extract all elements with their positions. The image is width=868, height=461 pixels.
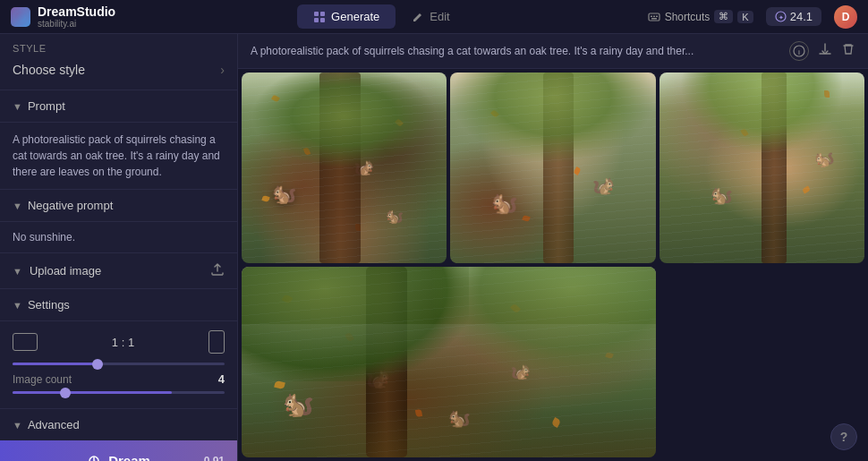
advanced-label: Advanced <box>28 418 80 431</box>
shortcut-key2: K <box>737 11 753 23</box>
topbar-actions: Shortcuts ⌘ K ✦ 24.1 D <box>648 5 857 29</box>
settings-header[interactable]: ▼ Settings <box>0 289 237 321</box>
aspect-ratio-slider[interactable] <box>13 363 225 365</box>
edit-icon <box>412 11 424 23</box>
prompt-body: A photorealistic pack of squirrels chasi… <box>0 123 237 190</box>
upload-icon <box>210 262 225 279</box>
help-label: ? <box>840 430 848 444</box>
prompt-header[interactable]: ▼ Prompt <box>0 90 237 123</box>
prompt-text[interactable]: A photorealistic pack of squirrels chasi… <box>13 132 225 180</box>
avatar-char: D <box>842 11 850 23</box>
tree-canopy-2 <box>450 73 655 164</box>
style-label: Style <box>13 43 225 54</box>
trash-icon <box>841 42 855 56</box>
keyboard-icon <box>648 11 660 23</box>
choose-style-row[interactable]: Choose style › <box>13 59 225 81</box>
image-count-label: Image count <box>13 373 72 386</box>
generate-tab-label: Generate <box>331 10 379 23</box>
shortcuts-label: Shortcuts <box>665 11 711 23</box>
content-area: A photorealistic pack of squirrels chasi… <box>238 34 868 461</box>
generated-image-2[interactable]: 🐿️ 🐿️ <box>450 73 655 263</box>
generated-image-1[interactable]: 🐿️ 🐿️ 🐿️ <box>242 73 447 263</box>
collapse-icon-advanced: ▼ <box>13 420 22 431</box>
tree-canopy-1 <box>251 73 436 168</box>
shortcuts-button[interactable]: Shortcuts ⌘ K <box>648 10 753 23</box>
svg-point-0 <box>15 12 26 22</box>
shortcut-key1: ⌘ <box>714 10 733 23</box>
info-icon: i <box>793 45 805 57</box>
choose-style-text: Choose style <box>13 63 85 77</box>
settings-title: Settings <box>28 298 70 312</box>
mist-4 <box>242 324 656 381</box>
svg-rect-3 <box>314 18 319 22</box>
credits-value: 24.1 <box>790 10 813 23</box>
generated-image-4[interactable]: 🐿️ 🐿️ 🐿️ 🐿️ <box>242 267 656 457</box>
dream-label: Dream <box>108 453 150 461</box>
upload-image-row[interactable]: ▼ Upload image <box>0 253 237 289</box>
ground-4 <box>242 410 656 457</box>
negative-text[interactable]: No sunshine. <box>13 231 225 243</box>
image-count-value: 4 <box>218 372 225 386</box>
image-count-slider[interactable] <box>13 391 225 394</box>
tab-edit[interactable]: Edit <box>396 4 465 29</box>
squirrel-figure-1a: 🐿️ <box>272 183 296 206</box>
squirrel-figure-2a: 🐿️ <box>491 191 518 216</box>
tab-generate[interactable]: Generate <box>297 4 396 29</box>
tab-group: Generate Edit <box>297 4 466 29</box>
prompt-display-text: A photorealistic pack of squirrels chasi… <box>251 45 780 57</box>
squirrel-figure-1c: 🐿️ <box>386 208 404 225</box>
svg-rect-7 <box>653 15 655 17</box>
download-button[interactable] <box>818 42 832 60</box>
tree-canopy-3 <box>680 73 844 154</box>
ratio-landscape-btn[interactable] <box>13 333 38 351</box>
squirrel-figure-3a: 🐿️ <box>711 184 733 206</box>
trash-button[interactable] <box>841 42 855 60</box>
negative-prompt-header[interactable]: ▼ Negative prompt <box>0 190 237 222</box>
negative-prompt-title: Negative prompt <box>28 199 113 212</box>
ratio-label: 1 : 1 <box>112 336 134 349</box>
chevron-right-icon: › <box>220 63 225 77</box>
svg-rect-8 <box>656 15 658 17</box>
prompt-bar: A photorealistic pack of squirrels chasi… <box>238 34 868 69</box>
avatar[interactable]: D <box>834 5 857 29</box>
generate-icon <box>313 11 326 23</box>
image-grid: 🐿️ 🐿️ 🐿️ 🐿️ 🐿️ <box>238 69 868 461</box>
ratio-row: 1 : 1 <box>13 330 225 354</box>
collapse-icon-settings: ▼ <box>13 300 22 311</box>
settings-body: 1 : 1 Image count 4 <box>0 321 237 409</box>
style-section: Style Choose style › <box>0 34 237 90</box>
svg-rect-4 <box>320 18 325 22</box>
generated-image-3[interactable]: 🐿️ 🐿️ <box>660 73 864 263</box>
app-name: DreamStudio <box>38 4 115 19</box>
info-button[interactable]: i <box>789 41 809 61</box>
app-by: stability.ai <box>38 19 115 29</box>
svg-text:✦: ✦ <box>778 14 783 21</box>
dream-icon <box>87 454 101 462</box>
negative-prompt-body: No sunshine. <box>0 222 237 253</box>
dream-cost: 0.91 <box>204 455 225 462</box>
edit-tab-label: Edit <box>430 10 449 23</box>
svg-rect-9 <box>651 18 657 20</box>
advanced-row[interactable]: ▼ Advanced <box>0 409 237 440</box>
sidebar: Style Choose style › ▼ Prompt A photorea… <box>0 34 238 461</box>
svg-rect-2 <box>320 12 325 16</box>
credits-icon: ✦ <box>775 11 787 22</box>
download-icon <box>818 42 832 56</box>
upload-label: Upload image <box>30 264 101 277</box>
svg-text:i: i <box>798 49 800 55</box>
svg-rect-1 <box>314 12 319 16</box>
squirrel-figure-2b: 🐿️ <box>592 175 615 196</box>
main-layout: Style Choose style › ▼ Prompt A photorea… <box>0 34 868 461</box>
svg-rect-6 <box>651 15 652 17</box>
dream-button[interactable]: Dream 0.91 <box>0 440 237 461</box>
image-count-row: Image count 4 <box>13 372 225 386</box>
help-button[interactable]: ? <box>830 423 857 450</box>
upload-left: ▼ Upload image <box>13 264 101 277</box>
topbar: DreamStudio stability.ai Generate Edit <box>0 0 868 34</box>
sidebar-bottom: Dream 0.91 <box>0 440 237 461</box>
app-logo-icon <box>11 7 30 27</box>
app-branding: DreamStudio stability.ai <box>11 4 115 29</box>
credits-display: ✦ 24.1 <box>766 7 821 26</box>
collapse-icon: ▼ <box>13 101 22 112</box>
ratio-portrait-btn[interactable] <box>208 330 225 354</box>
